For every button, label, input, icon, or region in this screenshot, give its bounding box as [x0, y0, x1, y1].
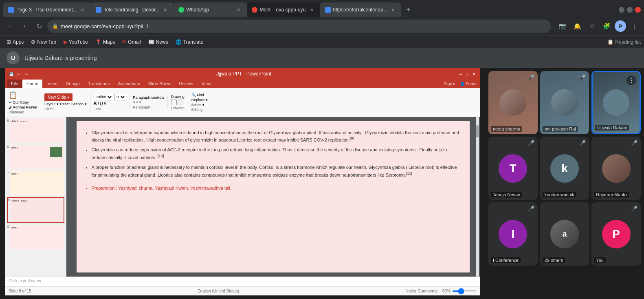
bookmark-gmail[interactable]: ✉ Gmail — [119, 38, 144, 46]
profile-button[interactable]: P — [615, 20, 626, 32]
ppt-tab-review[interactable]: Review — [175, 80, 198, 88]
ppt-signin[interactable]: Sign in — [444, 82, 457, 86]
slide-bullet-3: A proper function of adrenal gland is ne… — [91, 164, 461, 178]
reset-btn[interactable]: Reset — [60, 102, 70, 106]
tab-1[interactable]: Page 3 - Psu Government... ✕ — [3, 2, 91, 17]
ppt-restore-btn[interactable]: □ — [464, 71, 470, 77]
tab-3-title: WhatsApp — [187, 7, 233, 13]
bookmark-translate[interactable]: 🌐 Translate — [172, 38, 207, 46]
cut-btn[interactable]: ✂ Cut — [9, 100, 19, 104]
ujjwala-name: Ujjwala Dakare — [595, 125, 629, 131]
ppt-tab-view[interactable]: View — [198, 80, 215, 88]
slide-content-area[interactable]: Glycyrrhizic acid is a triterpene saponi… — [77, 121, 469, 272]
bookmark-maps[interactable]: 📍 Maps — [92, 38, 118, 46]
font-label: Font — [94, 107, 126, 111]
translate-icon: 🌐 — [176, 39, 182, 45]
tab-1-close[interactable]: ✕ — [79, 7, 86, 13]
forward-button[interactable]: › — [18, 20, 31, 33]
ppt-tab-home[interactable]: Home — [22, 80, 42, 88]
copy-btn[interactable]: Copy — [20, 100, 29, 104]
slide-thumb-7[interactable]: 7 slide 7 — [7, 171, 64, 195]
paste-btn[interactable]: 📋 — [9, 91, 37, 100]
notes-btn[interactable]: Notes — [405, 289, 416, 293]
scrollbar-thumb[interactable] — [476, 125, 479, 137]
font-family-select[interactable]: Calibri — [94, 94, 113, 100]
ujjwala-more-icon[interactable]: ⋮ — [626, 75, 636, 85]
zoom-slider[interactable] — [452, 290, 477, 292]
tab-3-close[interactable]: ✕ — [235, 7, 242, 13]
tab-3[interactable]: WhatsApp ✕ — [174, 2, 247, 17]
new-slide-btn[interactable]: New Slide ▾ — [44, 93, 73, 101]
comments-btn[interactable]: Comments — [418, 289, 437, 293]
tab-4-close[interactable]: ✕ — [309, 7, 315, 13]
align-right-btn[interactable]: ≡ — [139, 100, 141, 104]
ppt-redo-icon[interactable]: ↪ — [23, 71, 29, 77]
ppt-tab-insert[interactable]: Insert — [42, 80, 62, 88]
participant-others: a 29 others — [540, 202, 589, 266]
align-left-btn[interactable]: ≡ — [133, 100, 135, 104]
reading-list-button[interactable]: 📋 Reading list — [607, 39, 641, 45]
drawing-label: Drawing — [171, 106, 185, 110]
reading-list-icon: 📋 — [607, 39, 613, 45]
ppt-close-btn[interactable]: ✕ — [471, 71, 477, 77]
slide-thumb-8-active[interactable]: 8 slide 8 - active — [7, 197, 64, 223]
ppt-tab-animations[interactable]: Animations — [114, 80, 144, 88]
extensions-button[interactable]: 🧩 — [600, 20, 613, 33]
new-tab-button[interactable]: + — [403, 4, 414, 16]
ppt-slides-panel[interactable]: 5 slide 5 content 6 slide 6 7 — [5, 117, 66, 277]
slide-thumb-6[interactable]: 6 slide 6 — [7, 145, 64, 169]
refresh-button[interactable]: ↻ — [33, 20, 46, 33]
slide-bullet-1: Glycyrrhizic acid is a triterpene saponi… — [91, 129, 461, 144]
format-painter-btn[interactable]: 🖌 Format Painter — [9, 105, 37, 109]
slide-thumb-9[interactable]: 9 slide 9 — [7, 225, 64, 249]
align-center-btn[interactable]: ≡ — [136, 100, 138, 104]
you-mute-icon: 🎤 — [631, 206, 637, 212]
notification-button[interactable]: 🔔 — [571, 20, 584, 33]
ppt-share[interactable]: 👤 Share — [460, 82, 477, 86]
you-card-inner: 🎤 P You — [591, 202, 641, 266]
section-btn[interactable]: Section ▾ — [71, 102, 87, 106]
bookmark-newtab[interactable]: ⊕ New Tab — [28, 38, 59, 46]
address-bar[interactable]: 🔒 meet.google.com/eva-cppb-uyu?pli=1 — [47, 20, 551, 33]
back-button[interactable]: ‹ — [3, 20, 16, 33]
browser-actions: 📷 🔔 ☆ 🧩 P ⋮ — [556, 20, 641, 33]
menu-button[interactable]: ⋮ — [628, 20, 641, 33]
bold-btn[interactable]: B — [94, 101, 97, 106]
tab-4[interactable]: Meet – eva-cppb-uyu ✕ — [247, 2, 320, 17]
slide-bullet-2: Glycyrrhizin can reduce expression of AC… — [91, 146, 461, 161]
rect-shape[interactable] — [171, 100, 177, 105]
tab-2[interactable]: Tele-fundraising– Donor... ✕ — [91, 2, 174, 17]
ppt-undo-icon[interactable]: ↩ — [16, 71, 22, 77]
star-button[interactable]: ☆ — [585, 20, 598, 33]
close-button[interactable] — [635, 7, 641, 13]
circle-shape[interactable] — [178, 100, 183, 105]
ppt-tab-design[interactable]: Design — [62, 80, 84, 88]
italic-btn[interactable]: I — [98, 101, 99, 106]
strikethrough-btn[interactable]: S — [104, 101, 107, 106]
maximize-button[interactable] — [627, 7, 633, 13]
ppt-tab-transitions[interactable]: Transitions — [84, 80, 114, 88]
bookmark-youtube[interactable]: ▶ YouTube — [60, 38, 91, 46]
slide-scrollbar[interactable] — [476, 117, 479, 277]
ppt-tab-file[interactable]: File — [7, 80, 22, 88]
underline-btn[interactable]: U — [100, 101, 103, 106]
others-count: 29 others — [543, 257, 565, 263]
tab-5-close[interactable]: ✕ — [390, 7, 396, 13]
ppt-save-icon[interactable]: 💾 — [9, 71, 14, 77]
bookmark-apps[interactable]: ⊞ Apps — [3, 38, 27, 46]
tab-5[interactable]: https://referralcenter.op... ✕ — [320, 2, 401, 17]
ppt-notes[interactable]: Click to add notes — [5, 277, 480, 286]
tab-2-close[interactable]: ✕ — [162, 7, 169, 13]
replace-btn[interactable]: Replace ▾ — [191, 98, 208, 102]
ppt-minimize-btn[interactable]: – — [458, 71, 464, 77]
find-btn[interactable]: 🔍 Find — [191, 93, 208, 97]
ppt-tab-slideshow[interactable]: Slide Show — [144, 80, 175, 88]
bookmark-news[interactable]: 📰 News — [145, 38, 171, 46]
font-size-select[interactable]: 18 — [114, 94, 126, 100]
camera-button[interactable]: 📷 — [556, 20, 569, 33]
select-btn[interactable]: Select ▾ — [191, 103, 208, 107]
neetu-name: neetu sharma — [491, 126, 522, 132]
minimize-button[interactable] — [619, 7, 624, 13]
slide-thumb-5[interactable]: 5 slide 5 content — [7, 119, 64, 143]
layout-btn[interactable]: Layout ▾ — [44, 102, 59, 106]
